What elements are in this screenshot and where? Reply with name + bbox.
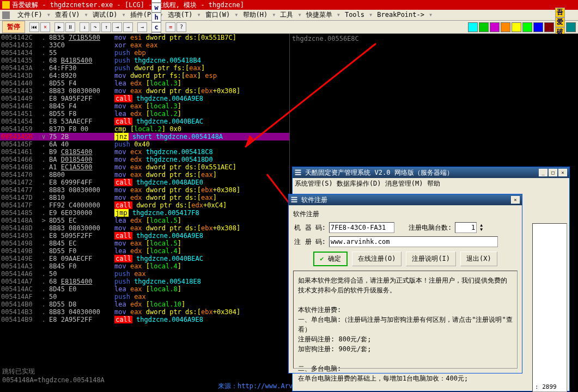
- disasm-row[interactable]: 00541432.33C0xor eax,eax: [0, 41, 289, 49]
- tb-color-7[interactable]: [533, 22, 543, 32]
- tb-stepinto-icon[interactable]: ↓: [80, 22, 89, 32]
- disassembly-pane[interactable]: 0054142C.8B35 7C1B5500mov esi,dword ptr …: [0, 34, 289, 366]
- tb-question-icon[interactable]: ?: [177, 22, 186, 32]
- tb-stop-icon[interactable]: ×: [40, 22, 50, 32]
- count-input[interactable]: [455, 222, 477, 233]
- disasm-row[interactable]: 00541434.55push ebp: [0, 49, 289, 57]
- machine-code-input[interactable]: [329, 222, 394, 233]
- tb-cn[interactable]: 吾: [555, 8, 565, 17]
- disasm-row[interactable]: 005414AF.50push eax: [0, 293, 289, 301]
- disasm-row[interactable]: 005414A7.68 E8185400push thgdzcne.005418…: [0, 278, 289, 285]
- menu-item[interactable]: 帮助(H): [240, 10, 271, 20]
- tb-cn[interactable]: 爱: [555, 17, 565, 27]
- disasm-row[interactable]: 00541459.837D F8 00cmp [local.2],0x0: [0, 125, 289, 133]
- disasm-row[interactable]: 005414B9.E8 2A95F2FFcall thgdzcne.0046A9…: [0, 316, 289, 323]
- menu-item[interactable]: 窗口(W): [202, 10, 234, 20]
- tb-color-8[interactable]: [544, 22, 554, 32]
- disasm-row[interactable]: 005414A6.50push eax: [0, 270, 289, 278]
- app-window: ☰ 天酷固定资产管理系统 V2.0 网络版（服务器端） _ □ × 系统管理(S…: [292, 167, 570, 391]
- disasm-row[interactable]: 0054148A>8D55 EClea edx,[local.5]: [0, 217, 289, 224]
- tb-list-icon[interactable]: ≡: [166, 22, 175, 32]
- menu-item[interactable]: 文件(F): [14, 10, 46, 20]
- menu-icon: [2, 11, 10, 19]
- menu-item[interactable]: BreakPoint->: [374, 10, 428, 20]
- disasm-row[interactable]: 005414AC.8D45 E0lea eax,[local.8]: [0, 285, 289, 293]
- disasm-row[interactable]: 00541435.68 B4185400push thgdzcne.005418…: [0, 57, 289, 64]
- disasm-row[interactable]: 00541440.8D55 F4lea edx,[local.3]: [0, 79, 289, 87]
- tb-letter-c[interactable]: c: [151, 22, 161, 32]
- maximize-button[interactable]: □: [549, 169, 557, 176]
- disasm-row[interactable]: 00541477.8B83 08030000mov eax,dword ptr …: [0, 186, 289, 194]
- disasm-row[interactable]: 005414A3.8B45 F0mov eax,[local.4]: [0, 262, 289, 270]
- close-button[interactable]: ×: [558, 169, 567, 176]
- disasm-row[interactable]: 00541461.B9 C8185400mov ecx,thgdzcne.005…: [0, 148, 289, 156]
- disasm-row[interactable]: 0054145D∨75 2Bjnz short thgdzcne.0054148…: [0, 133, 289, 140]
- tb-play-icon[interactable]: ▶: [54, 22, 64, 32]
- disasm-row[interactable]: 00541449.E8 9A95F2FFcall thgdzcne.0046A9…: [0, 95, 289, 102]
- disasm-row[interactable]: 0054148D.8B83 08030000mov eax,dword ptr …: [0, 224, 289, 232]
- tb-run-icon[interactable]: →: [123, 22, 133, 32]
- register-dialog: ☰ 软件注册 × 软件注册 机 器 码: 注册电脑台数: ▲▼ 注 册 码: ✔…: [288, 194, 522, 373]
- disasm-row[interactable]: 0054143D.64:8920mov dword ptr fs:[eax],e…: [0, 72, 289, 79]
- tb-color-6[interactable]: [522, 22, 532, 32]
- disasm-row[interactable]: 0054147F.FF92 C4000000call dword ptr ds:…: [0, 201, 289, 209]
- side-list: : 2899: [532, 223, 567, 392]
- online-reg-button[interactable]: 在线注册(O): [352, 252, 402, 266]
- disasm-row[interactable]: 00541454.E8 53AAECFFcall thgdzcne.0040BE…: [0, 118, 289, 125]
- tb-color-3[interactable]: [490, 22, 500, 32]
- disasm-row[interactable]: 0054142C.8B35 7C1B5500mov esi,dword ptr …: [0, 34, 289, 41]
- disasm-row[interactable]: 0054149B.8D55 F0lea edx,[local.4]: [0, 247, 289, 255]
- spinner-icon[interactable]: ▲▼: [480, 223, 483, 232]
- ok-button[interactable]: ✔ 确定: [313, 252, 347, 266]
- minimize-button[interactable]: _: [539, 169, 547, 176]
- side-footer: : 2899: [535, 383, 557, 390]
- disasm-row[interactable]: 0054146B.A1 EC1A5500mov eax,dword ptr ds…: [0, 163, 289, 171]
- disasm-row[interactable]: 00541498.8B45 ECmov eax,[local.5]: [0, 240, 289, 247]
- tb-letter-h[interactable]: h: [151, 13, 161, 22]
- tb-rewind-icon[interactable]: ⏮: [29, 22, 39, 32]
- dialog-close-button[interactable]: ×: [511, 196, 520, 204]
- menu-item[interactable]: 选项(T): [165, 10, 196, 20]
- disasm-row[interactable]: 00541451.8D55 F8lea edx,[local.2]: [0, 110, 289, 118]
- app-menubar[interactable]: 系统管理(S) 数据库操作(D) 消息管理(M) 帮助: [293, 178, 569, 189]
- disasm-row[interactable]: 0054145F.6A 40push 0x40: [0, 140, 289, 148]
- disasm-row[interactable]: 00541443.8B83 08030000mov eax,dword ptr …: [0, 87, 289, 95]
- disasm-row[interactable]: 0054143A.64:FF30push dword ptr fs:[eax]: [0, 64, 289, 72]
- menu-item[interactable]: 查看(V): [52, 10, 83, 20]
- disasm-row[interactable]: 00541493.E8 5095F2FFcall thgdzcne.0046A9…: [0, 232, 289, 240]
- tb-stepover-icon[interactable]: ↷: [90, 22, 100, 32]
- tb-pause-icon[interactable]: ⏸: [65, 22, 75, 32]
- menu-item[interactable]: Tools: [342, 10, 368, 20]
- tb-color-2[interactable]: [479, 22, 489, 32]
- menu-item[interactable]: 工具: [277, 10, 296, 20]
- tb-color-5[interactable]: [512, 22, 521, 32]
- tb-stepout-icon[interactable]: ↑: [101, 22, 111, 32]
- window-title: 吾爱破解 - thgdzcnetser.exe - [LCG] - 主线程, 模…: [12, 1, 244, 10]
- app-window-titlebar[interactable]: ☰ 天酷固定资产管理系统 V2.0 网络版（服务器端） _ □ ×: [293, 167, 569, 178]
- dialog-titlebar[interactable]: ☰ 软件注册 ×: [289, 194, 522, 205]
- reg-code-input[interactable]: [329, 236, 498, 247]
- pause-button[interactable]: 暂停: [2, 21, 25, 33]
- disasm-row[interactable]: 005414B0.8D55 D8lea edx,[local.10]: [0, 301, 289, 308]
- disasm-row[interactable]: 0054147D.8B10mov edx,dword ptr ds:[eax]: [0, 194, 289, 201]
- disasm-row[interactable]: 0054149E.E8 09AAECFFcall thgdzcne.0040BE…: [0, 255, 289, 262]
- tb-goto-icon[interactable]: →: [137, 22, 147, 32]
- tb-color-4[interactable]: [501, 22, 510, 32]
- menu-item[interactable]: 调试(D): [89, 10, 121, 20]
- disasm-row[interactable]: 005414B3.8B83 04030000mov eax,dword ptr …: [0, 308, 289, 316]
- tb-color-1[interactable]: [468, 22, 478, 32]
- disasm-row[interactable]: 0054144E.8B45 F4mov eax,[local.3]: [0, 102, 289, 110]
- exit-button[interactable]: 退出(X): [460, 252, 497, 266]
- menu-item[interactable]: 快捷菜单: [303, 10, 336, 20]
- reg-help-button[interactable]: 注册说明(I): [406, 252, 456, 266]
- tb-letter-w[interactable]: w: [151, 3, 161, 13]
- disasm-row[interactable]: 00541472.E8 6999F4FFcall thgdzcne.0048AD…: [0, 179, 289, 186]
- disasm-row[interactable]: 00541466.BA D0185400mov edx,thgdzcne.005…: [0, 156, 289, 163]
- machine-code-label: 机 器 码:: [293, 223, 326, 232]
- disasm-row[interactable]: 00541485.E9 6E030000jmp thgdzcne.005417F…: [0, 209, 289, 217]
- reg-code-label: 注 册 码:: [293, 237, 326, 247]
- tb-color-last[interactable]: [566, 22, 576, 32]
- count-label: 注册电脑台数:: [409, 223, 452, 232]
- disasm-row[interactable]: 00541470.8B00mov eax,dword ptr ds:[eax]: [0, 171, 289, 179]
- tb-trace-icon[interactable]: ⇥: [112, 22, 122, 32]
